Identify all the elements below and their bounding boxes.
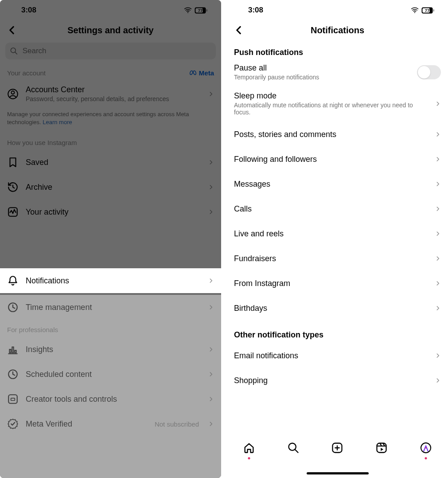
tab-bar xyxy=(227,435,448,478)
chevron-right-icon xyxy=(435,156,441,162)
home-indicator xyxy=(307,472,369,474)
chevron-right-icon xyxy=(435,280,441,286)
email-notifications-row[interactable]: Email notifications xyxy=(227,343,448,368)
bookmark-icon xyxy=(7,157,19,168)
calls-row[interactable]: Calls xyxy=(227,196,448,221)
search-icon xyxy=(287,442,300,454)
chevron-right-icon xyxy=(208,304,214,310)
status-bar: 3:08 77 xyxy=(0,0,221,19)
accounts-center-row[interactable]: Accounts Center Password, security, pers… xyxy=(0,79,221,109)
page-title: Settings and activity xyxy=(0,25,221,35)
pause-toggle[interactable] xyxy=(417,65,441,79)
chevron-right-icon xyxy=(435,206,441,212)
tab-search[interactable] xyxy=(287,442,300,456)
chevron-right-icon xyxy=(435,255,441,262)
insights-icon xyxy=(7,344,19,355)
activity-icon xyxy=(7,206,19,218)
birthdays-row[interactable]: Birthdays xyxy=(227,296,448,321)
meta-verified-value: Not subscribed xyxy=(155,420,199,428)
chevron-right-icon xyxy=(435,231,441,237)
tab-create[interactable] xyxy=(331,442,343,456)
battery-icon: 77 xyxy=(421,7,435,14)
clock-icon xyxy=(7,302,19,313)
sleep-sub: Automatically mute notifications at nigh… xyxy=(234,102,428,116)
your-account-header: Your account Meta xyxy=(0,63,221,79)
chevron-right-icon xyxy=(435,305,441,311)
chevron-right-icon xyxy=(435,353,441,359)
home-icon xyxy=(243,442,255,454)
status-bar: 3:08 77 xyxy=(227,0,448,19)
chevron-right-icon xyxy=(208,91,214,97)
meta-verified-row[interactable]: Meta Verified Not subscribed xyxy=(0,411,221,436)
chevron-right-icon xyxy=(208,396,214,402)
pause-all-row[interactable]: Pause all Temporarily pause notification… xyxy=(227,61,448,85)
scheduled-content-row[interactable]: Scheduled content xyxy=(0,362,221,387)
meta-brand: Meta xyxy=(190,69,214,77)
your-activity-row[interactable]: Your activity xyxy=(0,200,221,224)
archive-icon xyxy=(7,181,19,193)
creator-tools-row[interactable]: Creator tools and controls xyxy=(0,387,221,411)
svg-rect-22 xyxy=(433,9,435,12)
meta-icon xyxy=(190,70,198,75)
professionals-header: For professionals xyxy=(0,320,221,337)
accounts-center-sub: Password, security, personal details, ad… xyxy=(26,95,201,102)
chevron-right-icon xyxy=(208,346,214,353)
notifications-row[interactable]: Notifications xyxy=(0,268,221,293)
push-header: Push notifications xyxy=(227,42,448,61)
fundraisers-row[interactable]: Fundraisers xyxy=(227,246,448,271)
wifi-icon xyxy=(184,6,192,14)
messages-row[interactable]: Messages xyxy=(227,172,448,196)
search-icon xyxy=(10,47,18,55)
chevron-right-icon xyxy=(208,184,214,190)
nav-header: Settings and activity xyxy=(0,19,221,42)
svg-text:77: 77 xyxy=(198,8,203,13)
back-icon[interactable] xyxy=(6,24,18,36)
account-icon xyxy=(7,88,19,100)
insights-row[interactable]: Insights xyxy=(0,337,221,362)
notifications-screen: 3:08 77 Notifications Push notifications… xyxy=(227,0,448,478)
tab-reels[interactable] xyxy=(375,442,388,456)
svg-rect-18 xyxy=(206,9,208,12)
shopping-row[interactable]: Shopping xyxy=(227,368,448,393)
how-use-header: How you use Instagram xyxy=(0,133,221,150)
accounts-center-title: Accounts Center xyxy=(26,85,201,94)
learn-more-link[interactable]: Learn more xyxy=(43,119,72,125)
from-instagram-row[interactable]: From Instagram xyxy=(227,271,448,296)
plus-icon xyxy=(331,442,343,454)
following-followers-row[interactable]: Following and followers xyxy=(227,147,448,172)
nav-header: Notifications xyxy=(227,19,448,42)
chevron-right-icon xyxy=(208,371,214,377)
chevron-right-icon xyxy=(435,101,441,107)
posts-stories-row[interactable]: Posts, stories and comments xyxy=(227,122,448,147)
page-title: Notifications xyxy=(227,25,448,35)
chevron-right-icon xyxy=(435,181,441,187)
clock-icon xyxy=(7,368,19,380)
explore-icon xyxy=(420,442,432,454)
live-reels-row[interactable]: Live and reels xyxy=(227,221,448,246)
chevron-right-icon xyxy=(208,421,214,427)
tab-explore[interactable] xyxy=(420,442,432,456)
sleep-mode-row[interactable]: Sleep mode Automatically mute notificati… xyxy=(227,85,448,122)
time-management-row[interactable]: Time management xyxy=(0,295,221,320)
archive-row[interactable]: Archive xyxy=(0,175,221,200)
time-label: 3:08 xyxy=(248,6,263,15)
battery-icon: 77 xyxy=(195,7,208,14)
saved-row[interactable]: Saved xyxy=(0,150,221,175)
your-account-label: Your account xyxy=(7,69,183,77)
chevron-right-icon xyxy=(208,278,214,284)
other-types-header: Other notification types xyxy=(227,321,448,343)
chevron-right-icon xyxy=(435,377,441,384)
search-bar[interactable] xyxy=(5,43,216,59)
tools-icon xyxy=(7,393,19,405)
wifi-icon xyxy=(411,6,419,14)
bell-icon xyxy=(7,275,19,286)
search-input[interactable] xyxy=(22,46,211,56)
reels-icon xyxy=(375,442,388,454)
svg-text:77: 77 xyxy=(425,8,430,13)
tab-home[interactable] xyxy=(243,442,255,456)
chevron-right-icon xyxy=(208,209,214,215)
time-label: 3:08 xyxy=(21,6,36,15)
manage-text: Manage your connected experiences and ac… xyxy=(0,109,221,133)
back-icon[interactable] xyxy=(233,24,245,36)
pause-sub: Temporarily pause notifications xyxy=(234,74,410,81)
